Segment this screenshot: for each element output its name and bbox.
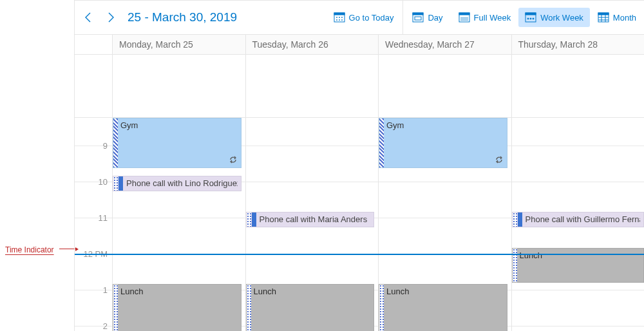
- event-title: Gym: [120, 120, 238, 130]
- calendar-toolbar: 25 - March 30, 2019 Go to Today Day F: [75, 1, 644, 35]
- prev-arrow[interactable]: [82, 11, 95, 24]
- allday-cell-wed[interactable]: [378, 55, 511, 117]
- status-strip-tentative: [379, 118, 384, 167]
- time-label-10: 10: [99, 177, 108, 187]
- event-gym-mon[interactable]: Gym: [113, 118, 242, 168]
- current-time-indicator: [75, 254, 644, 255]
- event-title: Lunch: [520, 251, 641, 260]
- day-header-wed[interactable]: Wednesday, March 27: [378, 35, 511, 54]
- svg-rect-12: [459, 13, 469, 15]
- day-header-row: Monday, March 25 Tuesday, March 26 Wedne…: [75, 35, 644, 55]
- time-label-9: 9: [103, 141, 108, 151]
- status-strip-free: [247, 213, 251, 227]
- event-call-lino[interactable]: Phone call with Lino Rodriguez: [113, 176, 242, 191]
- recurrence-icon: [495, 155, 504, 164]
- allday-cell-tue[interactable]: [245, 55, 379, 117]
- allday-cell-thu[interactable]: [511, 55, 645, 117]
- event-call-maria[interactable]: Phone call with Maria Anders: [246, 212, 375, 227]
- call-color-bar: [252, 213, 256, 227]
- event-lunch-tue[interactable]: Lunch: [246, 284, 375, 331]
- time-label-11: 11: [99, 213, 108, 223]
- view-month-button[interactable]: Month: [590, 1, 644, 34]
- event-title: Lunch: [386, 287, 504, 296]
- svg-point-18: [530, 18, 531, 19]
- event-lunch-mon[interactable]: Lunch: [113, 284, 242, 331]
- go-to-today-label: Go to Today: [349, 13, 394, 23]
- day-header-mon[interactable]: Monday, March 25: [112, 35, 245, 54]
- day-col-mon[interactable]: Gym Phone call with Lino Rodriguez Lunch: [112, 118, 245, 331]
- status-strip-free: [513, 213, 517, 227]
- status-strip-free: [113, 285, 118, 331]
- day-col-tue[interactable]: Phone call with Maria Anders Lunch: [245, 118, 379, 331]
- toolbar-divider: [402, 1, 403, 34]
- today-icon: [334, 12, 345, 23]
- svg-rect-10: [415, 17, 421, 20]
- time-label-2: 2: [103, 321, 108, 331]
- svg-point-7: [341, 20, 342, 21]
- event-title: Phone call with Guillermo Fernandez: [526, 214, 641, 224]
- view-full-week-label: Full Week: [474, 13, 511, 23]
- annotation-label: Time Indicator: [5, 245, 54, 254]
- all-day-row: [75, 55, 644, 118]
- call-color-bar: [518, 213, 522, 227]
- date-range-label[interactable]: 25 - March 30, 2019: [128, 10, 237, 24]
- work-week-icon: [525, 12, 536, 23]
- svg-point-5: [336, 20, 337, 21]
- svg-point-4: [341, 17, 342, 18]
- status-strip-free: [379, 285, 384, 331]
- day-col-wed[interactable]: Gym Lunch: [378, 118, 511, 331]
- next-arrow[interactable]: [104, 11, 117, 24]
- full-week-icon: [459, 12, 469, 23]
- svg-rect-21: [598, 13, 609, 15]
- status-strip-free: [113, 176, 118, 191]
- allday-cell-mon[interactable]: [112, 55, 245, 117]
- view-day-button[interactable]: Day: [404, 1, 450, 34]
- svg-point-17: [527, 18, 529, 19]
- status-strip-tentative: [113, 118, 118, 167]
- time-gutter: 9 10 11 12 PM 1 2: [75, 118, 112, 331]
- event-title: Lunch: [254, 287, 371, 296]
- svg-point-6: [339, 20, 339, 21]
- call-color-bar: [118, 176, 123, 191]
- event-title: Lunch: [120, 287, 238, 296]
- svg-rect-1: [334, 13, 345, 15]
- toolbar-right-group: Go to Today Day Full Week Work Week: [326, 1, 644, 34]
- time-grid: 9 10 11 12 PM 1 2 Gym Phone call with Li…: [75, 118, 644, 331]
- day-col-thu[interactable]: Phone call with Guillermo Fernandez Lunc…: [511, 118, 645, 331]
- view-work-week-label: Work Week: [540, 13, 583, 23]
- day-header-tue[interactable]: Tuesday, March 26: [245, 35, 379, 54]
- event-title: Phone call with Lino Rodriguez: [126, 178, 238, 188]
- view-work-week-button[interactable]: Work Week: [518, 8, 590, 27]
- go-to-today-button[interactable]: Go to Today: [326, 1, 402, 34]
- svg-point-2: [336, 17, 337, 18]
- svg-rect-9: [413, 13, 423, 15]
- month-view-icon: [598, 12, 609, 23]
- svg-point-3: [339, 17, 339, 18]
- event-call-guillermo[interactable]: Phone call with Guillermo Fernandez: [512, 212, 645, 227]
- view-month-label: Month: [613, 13, 636, 23]
- event-title: Gym: [386, 120, 504, 130]
- recurrence-icon: [229, 155, 238, 164]
- event-gym-wed[interactable]: Gym: [379, 118, 507, 168]
- calendar: 25 - March 30, 2019 Go to Today Day F: [74, 0, 644, 331]
- event-lunch-wed[interactable]: Lunch: [379, 284, 507, 331]
- time-label-1: 1: [103, 285, 108, 295]
- day-view-icon: [412, 12, 423, 23]
- status-strip-free: [247, 285, 251, 331]
- day-header-thu[interactable]: Thursday, March 28: [511, 35, 645, 54]
- view-day-label: Day: [428, 13, 442, 23]
- event-title: Phone call with Maria Anders: [260, 214, 371, 224]
- svg-rect-16: [526, 13, 536, 15]
- view-full-week-button[interactable]: Full Week: [451, 1, 519, 34]
- svg-point-19: [533, 18, 534, 19]
